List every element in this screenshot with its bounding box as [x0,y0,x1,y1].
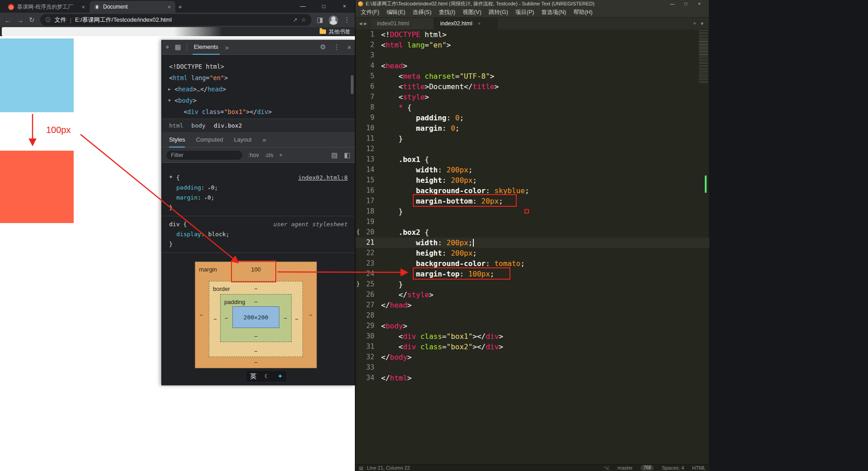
code-line[interactable]: 31 <div class="box2"></div> [355,342,709,352]
syntax-name[interactable]: HTML [692,465,706,471]
ime-language-indicator[interactable]: 英 [250,372,256,381]
new-style-rule-button[interactable]: + [279,152,282,158]
code-line[interactable]: 15 height: 200px; [355,175,709,186]
code-line[interactable]: 21 width: 200px; [355,238,709,248]
side-panel-icon[interactable]: ◨ [317,16,323,24]
padding-right-value[interactable]: − [283,315,287,322]
more-panels-icon[interactable]: » [225,43,229,51]
menu-item-5[interactable]: 跳转(G) [485,9,512,16]
new-tab-button[interactable]: + [178,3,182,10]
margin-left-value[interactable]: − [199,312,203,319]
status-grid-icon[interactable]: ▤ [359,466,363,471]
tab-scroll-right-icon[interactable]: ▶ [364,21,367,26]
menu-item-8[interactable]: 帮助(H) [570,9,596,16]
forward-icon[interactable]: → [17,16,24,24]
code-line[interactable]: 4<head> [355,61,709,71]
device-toolbar-icon[interactable]: ▦ [175,43,181,51]
tab-close-icon[interactable]: × [81,4,85,10]
margin-right-value[interactable]: − [309,312,312,319]
maximize-button[interactable]: □ [313,0,334,13]
code-line[interactable]: 2<html lang="en"> [355,40,709,50]
editor-tab-index02.html[interactable]: index02.html× [434,18,497,29]
tab-elements[interactable]: Elements [193,40,220,55]
dom-tree-node[interactable]: <div class="box1"></div> [162,106,355,118]
settings-gear-icon[interactable]: ⚙ [320,43,326,51]
dom-tree-node[interactable]: ▼<body> [162,95,355,106]
git-branch-name[interactable]: master [618,465,633,471]
border-left-value[interactable]: − [213,316,217,323]
minimize-button[interactable]: — [665,1,679,6]
style-declaration[interactable]: margin: ▸0; [162,193,355,203]
reload-icon[interactable]: ↻ [29,16,35,24]
code-line[interactable]: 30 <div class="box1"></div> [355,331,709,342]
code-line[interactable]: 10 margin: 0; [355,123,709,133]
breadcrumb-body[interactable]: body [191,122,205,129]
code-line[interactable]: 13 .box1 { [355,154,709,165]
code-line[interactable]: 17 margin-bottom: 20px; [355,196,709,206]
browser-menu-kebab-icon[interactable]: ⋮ [344,16,350,24]
code-line[interactable]: 16 background-color: skyblue; [355,186,709,196]
box-model-border-layer[interactable]: border − − − − padding − − − − 200×200 [209,281,303,357]
style-declaration[interactable]: display: block; [162,229,355,239]
minimize-button[interactable]: — [292,0,313,13]
other-bookmarks-label[interactable]: 其他书签 [329,28,350,36]
tab-layout[interactable]: Layout [234,132,251,147]
dom-tree-node[interactable]: <!DOCTYPE html> [162,61,355,72]
editor-tab-index01.html[interactable]: index01.html [371,18,434,29]
tab-overflow-icon[interactable]: ▾ [701,20,703,27]
browser-tab-imooc[interactable]: 慕课网-程序员的梦工厂 × [4,1,90,13]
ime-moon-icon[interactable]: ☾ [264,373,270,380]
padding-left-value[interactable]: − [225,315,228,322]
indent-setting[interactable]: Spaces: 4 [662,465,684,471]
code-line[interactable]: 29<body> [355,321,709,331]
style-rule-selector[interactable]: * {index02.html:8 [162,173,355,183]
menu-item-0[interactable]: 文件(F) [357,9,383,16]
close-button[interactable]: × [334,0,355,13]
code-line[interactable]: 3 [355,50,709,61]
dom-tree-node[interactable]: <html lang="en"> [162,72,355,84]
box-model-padding-layer[interactable]: padding − − − − 200×200 [220,294,292,342]
devtools-close-icon[interactable]: × [347,43,351,51]
box-model-content[interactable]: 200×200 [232,306,279,328]
code-line[interactable]: 28 [355,310,709,321]
code-line[interactable]: 19 [355,217,709,227]
expand-open-icon[interactable]: ▼ [168,95,170,106]
box-model-diagram[interactable]: margin 100 − − − border − − − − padding … [195,262,317,368]
padding-bottom-value[interactable]: − [254,333,258,340]
back-icon[interactable]: ← [5,16,11,24]
border-right-value[interactable]: − [295,316,298,323]
devtools-kebab-icon[interactable]: ⋮ [333,43,340,51]
address-bar[interactable]: ⓘ 文件 | E:/慕课网工作/Testcode/index02.html ↗ … [40,14,311,26]
style-rule-selector[interactable]: div {user agent stylesheet [162,219,355,229]
close-button[interactable]: × [693,1,706,6]
margin-bottom-value[interactable]: − [254,359,258,366]
menu-item-1[interactable]: 编辑(E) [383,9,409,16]
styles-more-tabs-icon[interactable]: » [262,136,266,143]
dock-sidebar-icon[interactable]: ◧ [344,151,350,159]
code-line[interactable]: 22 height: 200px; [355,248,709,258]
breadcrumb-html[interactable]: html [169,122,183,129]
styles-filter-input[interactable]: Filter [166,151,242,160]
menu-item-2[interactable]: 选择(S) [409,9,435,16]
browser-tab-document[interactable]: Document × [90,1,175,13]
border-top-value[interactable]: − [254,285,258,292]
rendering-paint-icon[interactable]: ▨ [331,151,338,159]
code-line[interactable]: 14 width: 200px; [355,165,709,175]
new-file-tab-button[interactable]: + [693,20,696,27]
box-model-margin-layer[interactable]: margin 100 − − − border − − − − padding … [195,262,317,368]
dom-tree-node[interactable]: ▶<head>…</head> [162,84,355,95]
expand-closed-icon[interactable]: ▶ [168,84,170,95]
tab-computed[interactable]: Computed [196,132,223,147]
bookmark-star-icon[interactable]: ☆ [301,17,306,23]
inspect-element-icon[interactable]: ⌖ [165,43,169,51]
share-icon[interactable]: ↗ [293,17,297,23]
menu-item-4[interactable]: 视图(V) [459,9,485,16]
padding-top-value[interactable]: − [254,299,258,305]
code-line[interactable]: 34</html> [355,373,709,383]
tab-close-icon[interactable]: × [167,4,171,10]
code-line[interactable]: 24 margin-top: 100px; [355,269,709,279]
code-line[interactable]: 27</head> [355,300,709,310]
breadcrumb-div.box2[interactable]: div.box2 [214,122,242,129]
code-line[interactable]: 8 * { [355,102,709,113]
code-line[interactable]: 33 [355,362,709,373]
